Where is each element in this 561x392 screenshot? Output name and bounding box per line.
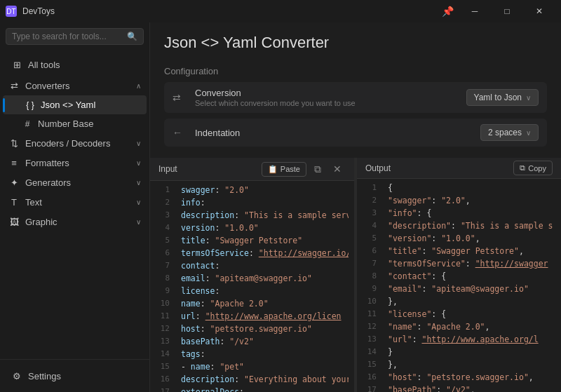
paste-button[interactable]: 📋 Paste: [262, 162, 306, 177]
settings-icon: ⚙: [11, 370, 22, 381]
converters-icon: ⇄: [8, 80, 20, 91]
search-input[interactable]: [12, 32, 127, 41]
output-code: { "swagger": "2.0", "info": { "descripti…: [382, 179, 561, 392]
config-label: Configuration: [164, 66, 547, 76]
indentation-icon: ←: [173, 127, 187, 138]
app-title: DevToys: [22, 6, 55, 16]
page-title: Json <> Yaml Converter: [164, 34, 547, 52]
graphic-label: Graphic: [25, 217, 58, 227]
sidebar-section-text[interactable]: T Text ∨: [0, 192, 149, 212]
conversion-dropdown[interactable]: Yaml to Json ∨: [466, 89, 539, 106]
config-section: Configuration ⇄ Conversion Select which …: [150, 66, 561, 152]
app-body: 🔍 ⊞ All tools ⇄ Converters ∧ { } Json <>…: [0, 22, 561, 392]
sidebar-item-all-tools[interactable]: ⊞ All tools: [3, 54, 147, 75]
page-header: Json <> Yaml Converter: [150, 22, 561, 66]
copy-button[interactable]: ⧉ Copy: [513, 161, 553, 175]
sidebar-item-json-yaml-wrapper: { } Json <> Yaml: [0, 95, 149, 114]
indentation-chevron-icon: ∨: [526, 129, 531, 137]
text-chevron: ∨: [136, 198, 141, 206]
search-box[interactable]: 🔍: [6, 28, 144, 45]
maximize-button[interactable]: □: [491, 0, 523, 22]
editors-area: Input 📋 Paste ⧉ ✕: [150, 158, 561, 392]
input-copy-button[interactable]: ⧉: [309, 161, 326, 177]
settings-item[interactable]: ⚙ Settings: [6, 365, 144, 386]
indentation-value: 2 spaces: [488, 128, 522, 137]
json-yaml-label: Json <> Yaml: [41, 100, 95, 110]
text-label: Text: [25, 197, 42, 208]
converters-label: Converters: [25, 81, 70, 91]
input-label: Input: [158, 164, 177, 174]
encoders-label: Encoders / Decoders: [25, 138, 110, 149]
input-clear-icon: ✕: [333, 163, 342, 175]
graphic-icon: 🖼: [8, 216, 20, 227]
input-actions: 📋 Paste ⧉ ✕: [262, 161, 346, 177]
sidebar-item-json-yaml[interactable]: { } Json <> Yaml: [3, 95, 147, 114]
conversion-chevron-icon: ∨: [526, 94, 531, 102]
sidebar: 🔍 ⊞ All tools ⇄ Converters ∧ { } Json <>…: [0, 22, 150, 392]
sidebar-section-formatters[interactable]: ≡ Formatters ∨: [0, 153, 149, 173]
paste-icon: 📋: [268, 165, 278, 174]
sidebar-bottom: ⚙ Settings: [0, 359, 149, 392]
titlebar-left: DT DevToys: [6, 6, 55, 17]
generators-chevron: ∨: [136, 179, 141, 187]
paste-label: Paste: [280, 165, 300, 173]
output-line-numbers: 12345 678910 1112131415 1617181920 21222…: [357, 179, 382, 392]
sidebar-nav: ⊞ All tools ⇄ Converters ∧ { } Json <> Y…: [0, 50, 149, 359]
formatters-label: Formatters: [25, 158, 69, 168]
indentation-text: Indentation: [195, 128, 472, 138]
input-copy-icon: ⧉: [314, 163, 321, 175]
input-clear-button[interactable]: ✕: [329, 161, 346, 177]
sidebar-section-encoders[interactable]: ⇅ Encoders / Decoders ∨: [0, 133, 149, 153]
conversion-value: Yaml to Json: [474, 93, 522, 102]
titlebar: DT DevToys 📌 ─ □ ✕: [0, 0, 561, 22]
sidebar-section-generators[interactable]: ✦ Generators ∨: [0, 173, 149, 192]
output-label: Output: [365, 163, 391, 173]
graphic-chevron: ∨: [136, 218, 141, 226]
settings-label: Settings: [28, 371, 61, 381]
output-actions: ⧉ Copy: [513, 161, 553, 175]
all-tools-label: All tools: [28, 60, 60, 70]
close-button[interactable]: ✕: [523, 0, 555, 22]
input-line-numbers: 12345 678910 1112131415 1617181920 21222…: [150, 181, 175, 392]
formatters-chevron: ∨: [136, 159, 141, 167]
indentation-row: ← Indentation 2 spaces ∨: [164, 119, 547, 147]
conversion-subtitle: Select which conversion mode you want to…: [195, 99, 458, 107]
output-body: 12345 678910 1112131415 1617181920 21222…: [357, 179, 561, 392]
number-base-icon: #: [22, 119, 32, 129]
sidebar-section-graphic[interactable]: 🖼 Graphic ∨: [0, 212, 149, 231]
encoders-icon: ⇅: [8, 137, 20, 149]
conversion-title: Conversion: [195, 88, 458, 98]
input-panel: Input 📋 Paste ⧉ ✕: [150, 158, 354, 392]
input-code[interactable]: swagger: "2.0" info: description: "This …: [175, 181, 354, 392]
indentation-dropdown[interactable]: 2 spaces ∨: [480, 124, 539, 141]
search-icon: 🔍: [127, 32, 137, 41]
sidebar-item-number-base[interactable]: # Number Base: [0, 114, 149, 133]
grid-icon: ⊞: [11, 59, 22, 70]
number-base-label: Number Base: [38, 119, 93, 129]
generators-icon: ✦: [8, 177, 20, 188]
copy-icon: ⧉: [520, 163, 525, 173]
conversion-row: ⇄ Conversion Select which conversion mod…: [164, 82, 547, 113]
input-header: Input 📋 Paste ⧉ ✕: [150, 158, 354, 181]
formatters-icon: ≡: [8, 157, 20, 168]
main-content: Json <> Yaml Converter Configuration ⇄ C…: [150, 22, 561, 392]
minimize-button[interactable]: ─: [459, 0, 491, 22]
pin-icon[interactable]: 📌: [436, 0, 459, 22]
conversion-text: Conversion Select which conversion mode …: [195, 88, 458, 107]
copy-label: Copy: [528, 164, 546, 173]
conversion-icon: ⇄: [173, 92, 187, 103]
json-yaml-icon: { }: [25, 100, 35, 110]
indentation-title: Indentation: [195, 128, 472, 138]
active-indicator: [3, 98, 5, 112]
output-header: Output ⧉ Copy: [357, 158, 561, 179]
app-icon: DT: [6, 6, 17, 17]
encoders-chevron: ∨: [136, 140, 141, 147]
converters-chevron: ∧: [136, 82, 141, 90]
input-body: 12345 678910 1112131415 1617181920 21222…: [150, 181, 354, 392]
sidebar-section-converters[interactable]: ⇄ Converters ∧: [0, 76, 149, 95]
generators-label: Generators: [25, 177, 71, 188]
output-panel: Output ⧉ Copy 12345 678910 1112131415 16…: [357, 158, 561, 392]
text-icon: T: [8, 196, 20, 208]
titlebar-right: 📌 ─ □ ✕: [436, 0, 555, 22]
